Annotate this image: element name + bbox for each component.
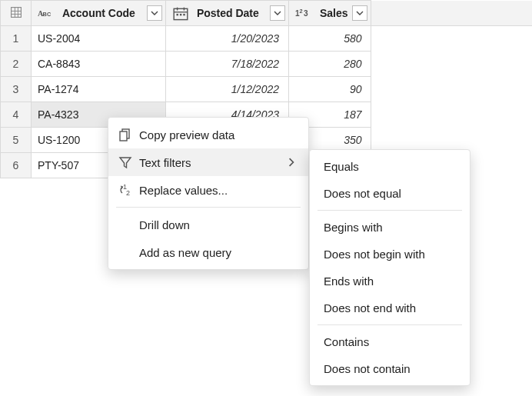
menu-separator (318, 210, 462, 211)
table-row[interactable]: 2CA-88437/18/2022280 (1, 52, 533, 77)
chevron-down-icon (274, 9, 281, 17)
table-corner[interactable] (1, 1, 32, 26)
filter-ends-with[interactable]: Ends with (310, 268, 470, 295)
row-number[interactable]: 4 (1, 102, 32, 128)
menu-label: Drill down (139, 218, 296, 231)
col-label: Posted Date (197, 7, 259, 19)
menu-label: Copy preview data (139, 128, 296, 141)
svg-text:C: C (47, 11, 52, 18)
chevron-down-icon (151, 9, 158, 17)
cell-posted-date[interactable]: 1/12/2022 (166, 77, 289, 102)
filter-equals[interactable]: Equals (310, 153, 470, 180)
col-label: Sales (320, 7, 348, 19)
date-type-icon (172, 6, 189, 20)
menu-add-as-new-query[interactable]: Add as new query (108, 238, 308, 266)
cell-posted-date[interactable]: 1/20/2023 (166, 26, 289, 52)
filter-begins-with[interactable]: Begins with (310, 214, 470, 241)
cell-account-code[interactable]: US-2004 (32, 26, 166, 52)
cell-sales[interactable]: 580 (289, 26, 371, 52)
col-label: Account Code (62, 7, 135, 19)
filter-icon (118, 155, 139, 170)
table-row[interactable]: 3PA-12741/12/202290 (1, 77, 533, 102)
cell-sales[interactable]: 280 (289, 52, 371, 77)
number-type-icon: 123 (295, 6, 312, 20)
svg-text:B: B (42, 11, 46, 18)
chevron-down-icon (356, 9, 364, 17)
row-number[interactable]: 6 (1, 153, 32, 178)
menu-separator (116, 207, 301, 208)
cell-account-code[interactable]: PA-1274 (32, 77, 166, 102)
svg-text:3: 3 (304, 9, 308, 18)
cell-blank (371, 26, 532, 52)
svg-rect-19 (120, 131, 127, 141)
svg-rect-0 (11, 7, 21, 17)
cell-account-code[interactable]: CA-8843 (32, 52, 166, 77)
cell-posted-date[interactable]: 7/18/2022 (166, 52, 289, 77)
menu-copy-preview-data[interactable]: Copy preview data (108, 121, 308, 148)
col-filter-button[interactable] (270, 5, 285, 21)
svg-rect-13 (180, 14, 181, 15)
col-header-posted-date[interactable]: Posted Date (166, 1, 289, 26)
filter-does-not-contain[interactable]: Does not contain (310, 355, 470, 382)
cell-sales[interactable]: 90 (289, 77, 371, 102)
menu-text-filters[interactable]: Text filters (108, 148, 308, 176)
text-type-icon: ABC (38, 6, 55, 20)
replace-icon: 12 (118, 182, 139, 198)
cell-blank (371, 77, 532, 102)
cell-blank (371, 52, 532, 77)
context-menu: Copy preview data Text filters 12 Replac… (108, 117, 309, 270)
menu-label: Add as new query (139, 246, 296, 259)
filter-contains[interactable]: Contains (310, 328, 470, 355)
row-number[interactable]: 5 (1, 128, 32, 153)
col-header-blank (371, 1, 532, 26)
row-number[interactable]: 1 (1, 26, 32, 52)
chevron-right-icon (287, 156, 296, 169)
svg-text:2: 2 (300, 8, 303, 15)
col-header-sales[interactable]: 123 Sales (289, 1, 371, 26)
copy-icon (118, 127, 139, 142)
table-row[interactable]: 1US-20041/20/2023580 (1, 26, 533, 52)
col-filter-button[interactable] (147, 5, 162, 21)
svg-rect-14 (183, 14, 185, 15)
table-icon (10, 6, 22, 18)
filter-does-not-equal[interactable]: Does not equal (310, 180, 470, 207)
col-filter-button[interactable] (352, 5, 367, 21)
filter-does-not-end-with[interactable]: Does not end with (310, 295, 470, 321)
svg-text:2: 2 (126, 189, 130, 197)
menu-drill-down[interactable]: Drill down (108, 211, 308, 238)
menu-label: Text filters (139, 156, 273, 169)
menu-replace-values[interactable]: 12 Replace values... (108, 176, 308, 204)
col-header-account-code[interactable]: ABC Account Code (32, 1, 166, 26)
cell-blank (371, 102, 532, 128)
filter-does-not-begin-with[interactable]: Does not begin with (310, 241, 470, 268)
text-filters-submenu: Equals Does not equal Begins with Does n… (309, 149, 470, 386)
row-number[interactable]: 2 (1, 52, 32, 77)
menu-label: Replace values... (139, 184, 296, 197)
row-number[interactable]: 3 (1, 77, 32, 102)
menu-separator (318, 324, 462, 325)
svg-rect-12 (176, 14, 178, 15)
